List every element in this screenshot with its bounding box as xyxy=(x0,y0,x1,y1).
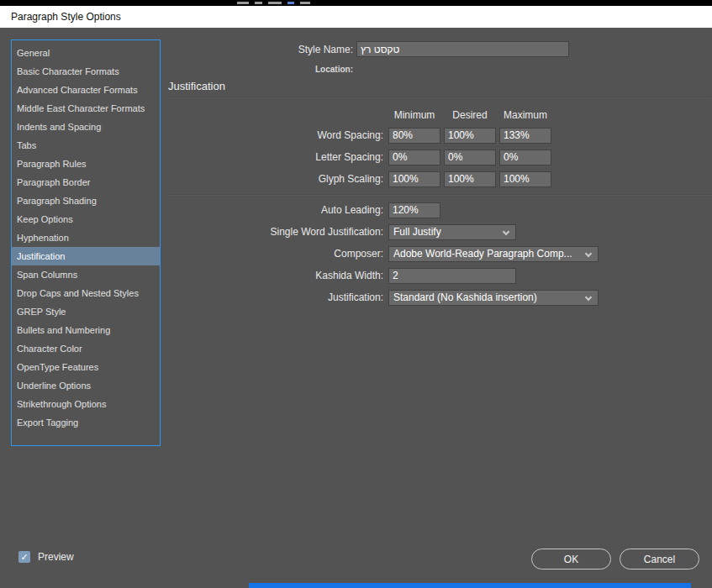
composer-select[interactable]: Adobe World-Ready Paragraph Comp... xyxy=(388,246,599,262)
section-title: Justification xyxy=(168,80,225,92)
sidebar-item-tabs[interactable]: Tabs xyxy=(12,136,160,155)
cancel-button[interactable]: Cancel xyxy=(620,549,699,570)
section-divider xyxy=(168,97,712,98)
sidebar-item-keep-options[interactable]: Keep Options xyxy=(12,210,160,228)
single-word-justification-select[interactable]: Full Justify xyxy=(388,224,516,240)
field-row-justification: Justification:Standard (No Kashida inser… xyxy=(168,286,672,308)
auto-leading-input[interactable] xyxy=(388,202,440,218)
column-header-maximum: Maximum xyxy=(499,109,551,121)
checkmark-icon: ✓ xyxy=(20,552,28,562)
auto-leading-label: Auto Leading: xyxy=(168,204,385,216)
letter-spacing-minimum-input[interactable] xyxy=(388,150,440,165)
column-header-minimum: Minimum xyxy=(388,109,440,121)
composer-selected-value: Adobe World-Ready Paragraph Comp... xyxy=(393,248,572,260)
glyph-scaling-minimum-input[interactable] xyxy=(388,171,440,187)
row-label-word-spacing: Word Spacing: xyxy=(168,129,385,141)
chevron-down-icon xyxy=(585,249,592,256)
dialog-titlebar: Paragraph Style Options xyxy=(0,6,712,28)
table-row-letter-spacing: Letter Spacing: xyxy=(168,146,563,168)
style-name-label: Style Name: xyxy=(168,44,353,55)
background-toolbar-fragment xyxy=(237,2,249,4)
table-headers: MinimumDesiredMaximum xyxy=(168,106,563,124)
sidebar-item-grep-style[interactable]: GREP Style xyxy=(12,302,160,321)
sidebar-item-paragraph-shading[interactable]: Paragraph Shading xyxy=(12,192,160,210)
letter-spacing-maximum-input[interactable] xyxy=(499,150,551,165)
sidebar-item-advanced-character-formats[interactable]: Advanced Character Formats xyxy=(12,81,160,99)
sidebar-item-middle-east-character-formats[interactable]: Middle East Character Formats xyxy=(12,99,160,118)
section-divider xyxy=(168,194,712,196)
sidebar-item-bullets-and-numbering[interactable]: Bullets and Numbering xyxy=(12,321,160,339)
background-toolbar-fragment xyxy=(300,2,310,4)
sidebar-item-drop-caps-and-nested-styles[interactable]: Drop Caps and Nested Styles xyxy=(12,284,160,302)
table-row-word-spacing: Word Spacing: xyxy=(168,124,563,146)
table-body: Word Spacing:Letter Spacing:Glyph Scalin… xyxy=(168,124,563,190)
sidebar-item-export-tagging[interactable]: Export Tagging xyxy=(12,413,160,432)
field-row-auto-leading: Auto Leading: xyxy=(168,199,672,221)
background-toolbar-fragment xyxy=(255,2,262,4)
sidebar: GeneralBasic Character FormatsAdvanced C… xyxy=(11,39,161,446)
sidebar-item-general[interactable]: General xyxy=(12,44,160,62)
single-word-justification-label: Single Word Justification: xyxy=(168,226,385,238)
field-row-kashida-width: Kashida Width: xyxy=(168,265,672,286)
background-toolbar-fragment xyxy=(268,2,282,4)
location-label: Location: xyxy=(168,65,353,74)
ok-button[interactable]: OK xyxy=(531,549,611,570)
composer-label: Composer: xyxy=(168,248,385,260)
field-row-composer: Composer:Adobe World-Ready Paragraph Com… xyxy=(168,243,672,265)
sidebar-list: GeneralBasic Character FormatsAdvanced C… xyxy=(12,44,160,432)
justification-selected-value: Standard (No Kashida insertion) xyxy=(393,291,537,303)
preview-label: Preview xyxy=(38,551,74,563)
justification-select[interactable]: Standard (No Kashida insertion) xyxy=(388,290,599,306)
background-toolbar-fragment xyxy=(287,2,294,4)
row-label-letter-spacing: Letter Spacing: xyxy=(168,151,385,163)
paragraph-style-options-dialog: Paragraph Style Options GeneralBasic Cha… xyxy=(0,0,712,588)
sidebar-item-strikethrough-options[interactable]: Strikethrough Options xyxy=(12,395,160,413)
sidebar-item-indents-and-spacing[interactable]: Indents and Spacing xyxy=(12,118,160,136)
sidebar-item-basic-character-formats[interactable]: Basic Character Formats xyxy=(12,62,160,81)
preview-row: ✓ Preview xyxy=(18,550,74,563)
sidebar-item-character-color[interactable]: Character Color xyxy=(12,339,160,358)
glyph-scaling-maximum-input[interactable] xyxy=(499,171,551,187)
single-word-justification-selected-value: Full Justify xyxy=(393,226,441,238)
dialog-title: Paragraph Style Options xyxy=(11,11,121,23)
word-spacing-maximum-input[interactable] xyxy=(499,128,551,144)
sidebar-item-opentype-features[interactable]: OpenType Features xyxy=(12,358,160,376)
sidebar-item-paragraph-rules[interactable]: Paragraph Rules xyxy=(12,155,160,173)
word-spacing-minimum-input[interactable] xyxy=(388,128,440,144)
justification-table: MinimumDesiredMaximum Word Spacing:Lette… xyxy=(168,106,563,190)
kashida-width-input[interactable] xyxy=(388,268,516,284)
style-name-input[interactable] xyxy=(356,41,569,57)
sidebar-item-paragraph-border[interactable]: Paragraph Border xyxy=(12,173,160,192)
column-header-desired: Desired xyxy=(444,109,496,121)
preview-checkbox[interactable]: ✓ xyxy=(18,551,30,563)
chevron-down-icon xyxy=(585,293,592,300)
app-bottom-strip xyxy=(249,583,691,588)
sidebar-item-span-columns[interactable]: Span Columns xyxy=(12,265,160,284)
fields-panel: Auto Leading:Single Word Justification:F… xyxy=(168,199,672,308)
table-row-glyph-scaling: Glyph Scaling: xyxy=(168,168,563,190)
sidebar-item-justification[interactable]: Justification xyxy=(12,247,160,265)
app-top-strip xyxy=(0,0,712,6)
kashida-width-label: Kashida Width: xyxy=(168,270,385,281)
sidebar-item-underline-options[interactable]: Underline Options xyxy=(12,376,160,395)
word-spacing-desired-input[interactable] xyxy=(444,128,496,144)
sidebar-item-hyphenation[interactable]: Hyphenation xyxy=(12,228,160,247)
letter-spacing-desired-input[interactable] xyxy=(444,150,496,165)
glyph-scaling-desired-input[interactable] xyxy=(444,171,496,187)
field-row-single-word-justification: Single Word Justification:Full Justify xyxy=(168,221,672,243)
chevron-down-icon xyxy=(503,228,509,234)
justification-label: Justification: xyxy=(168,291,385,303)
row-label-glyph-scaling: Glyph Scaling: xyxy=(168,173,385,185)
